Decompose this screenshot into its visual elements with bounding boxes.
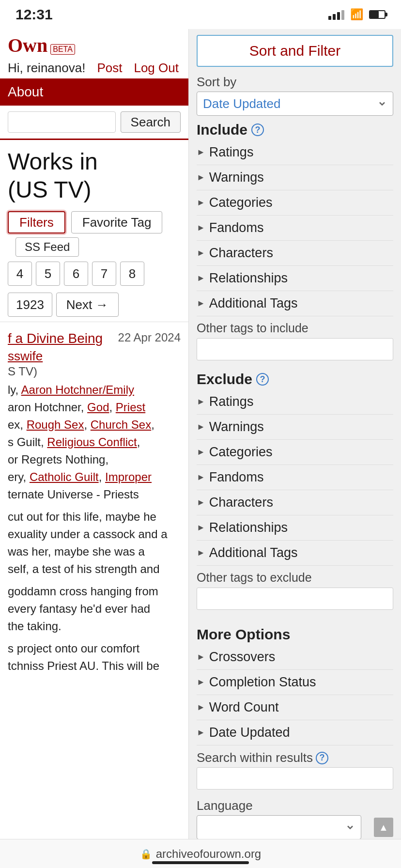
logout-link[interactable]: Log Out: [134, 61, 179, 76]
categories-arrow-icon: ►: [197, 198, 205, 208]
sort-by-label: Sort by: [197, 75, 393, 90]
tag-link-5[interactable]: Church Sex: [91, 418, 151, 431]
work-title-block: f a Divine Being sswife: [8, 330, 103, 363]
next-button[interactable]: Next →: [56, 293, 119, 317]
more-word-count[interactable]: ► Word Count: [197, 695, 393, 720]
filters-button[interactable]: Filters: [8, 211, 65, 233]
exclude-warnings[interactable]: ► Warnings: [197, 415, 393, 440]
include-help-icon[interactable]: ?: [251, 124, 264, 136]
search-bar: Search: [0, 106, 188, 139]
additional-tags-arrow-icon: ►: [197, 298, 205, 309]
status-time: 12:31: [15, 6, 53, 23]
sort-filter-header[interactable]: Sort and Filter: [197, 35, 393, 67]
work-title-row: f a Divine Being sswife 22 Apr 2024: [8, 330, 181, 363]
exclude-title: Exclude ?: [197, 371, 393, 388]
language-select[interactable]: [197, 815, 361, 839]
ex-relationships-arrow-icon: ►: [197, 523, 205, 533]
ex-ratings-arrow-icon: ►: [197, 397, 205, 407]
exclude-fandoms[interactable]: ► Fandoms: [197, 465, 393, 490]
other-tags-include-input[interactable]: [197, 338, 393, 360]
page-4[interactable]: 4: [8, 262, 32, 286]
last-page[interactable]: 1923: [8, 293, 52, 317]
more-completion-status[interactable]: ► Completion Status: [197, 670, 393, 695]
include-categories[interactable]: ► Categories: [197, 190, 393, 216]
more-crossovers[interactable]: ► Crossovers: [197, 645, 393, 670]
about-link[interactable]: About: [8, 84, 43, 99]
ex-warnings-arrow-icon: ►: [197, 422, 205, 432]
exclude-additional-tags[interactable]: ► Additional Tags: [197, 541, 393, 566]
user-nav: Hi, reinanova! Post Log Out: [8, 57, 181, 78]
lock-icon: 🔒: [140, 848, 152, 860]
more-date-updated[interactable]: ► Date Updated: [197, 720, 393, 745]
rss-feed-button[interactable]: SS Feed: [15, 237, 79, 257]
completion-arrow-icon: ►: [197, 677, 205, 687]
status-icons: 📶: [328, 8, 386, 21]
signal-icon: [328, 9, 344, 20]
sort-select[interactable]: Date Updated Best Match Author Title Dat…: [197, 92, 393, 116]
bottom-bar: 🔒 archiveofourown.org: [0, 839, 401, 868]
search-results-row: Search within results ?: [197, 745, 393, 767]
search-results-help-icon[interactable]: ?: [316, 752, 328, 764]
tag-link-8[interactable]: Improper: [105, 470, 152, 483]
include-relationships[interactable]: ► Relationships: [197, 266, 393, 291]
work-summary: cut out for this life, maybe he exuality…: [8, 508, 181, 578]
logo-own: Own: [8, 34, 47, 57]
page-title-line1: Works in: [8, 149, 98, 174]
include-characters[interactable]: ► Characters: [197, 241, 393, 266]
more-options-title: More Options: [197, 620, 393, 645]
more-options-section: More Options ► Crossovers ► Completion S…: [189, 615, 401, 845]
exclude-characters[interactable]: ► Characters: [197, 490, 393, 515]
scroll-up-button[interactable]: ▲: [374, 818, 393, 837]
search-results-label: Search within results ?: [197, 750, 328, 765]
include-additional-tags[interactable]: ► Additional Tags: [197, 291, 393, 316]
page-title-area: Works in (US TV): [0, 139, 188, 203]
bottom-url-bar: 🔒 archiveofourown.org: [140, 847, 261, 861]
other-tags-include-label: Other tags to include: [197, 316, 393, 338]
tag-link-1[interactable]: Aaron Hotchner/Emily: [21, 383, 134, 396]
warnings-arrow-icon: ►: [197, 172, 205, 183]
other-tags-exclude-input[interactable]: [197, 588, 393, 610]
tag-link-4[interactable]: Rough Sex: [27, 418, 84, 431]
page-6[interactable]: 6: [64, 262, 88, 286]
include-section: Include ? ► Ratings ► Warnings ► Categor…: [189, 116, 401, 365]
include-warnings[interactable]: ► Warnings: [197, 165, 393, 190]
post-link[interactable]: Post: [97, 61, 122, 76]
tag-link-7[interactable]: Catholic Guilt: [30, 470, 99, 483]
include-ratings[interactable]: ► Ratings: [197, 140, 393, 165]
page-5[interactable]: 5: [36, 262, 60, 286]
logo-beta: BETA: [50, 44, 75, 55]
exclude-categories[interactable]: ► Categories: [197, 440, 393, 465]
filter-bar: Filters Favorite Tag: [0, 203, 188, 237]
right-panel: Sort and Filter Sort by Date Updated Bes…: [189, 29, 401, 868]
work-more: s project onto our comfort tchniss Pries…: [8, 640, 181, 675]
work-date: 22 Apr 2024: [118, 331, 181, 344]
exclude-help-icon[interactable]: ?: [256, 373, 269, 386]
tag-link-6[interactable]: Religious Conflict: [47, 435, 137, 449]
work-excerpt: goddamn cross hanging from every fantasy…: [8, 583, 181, 635]
wifi-icon: 📶: [350, 8, 363, 21]
battery-icon: [369, 10, 386, 19]
page-8[interactable]: 8: [120, 262, 144, 286]
user-greeting: Hi, reinanova!: [8, 61, 85, 76]
include-title: Include ?: [197, 122, 393, 138]
tag-link-3[interactable]: Priest: [116, 401, 145, 414]
favorite-tag-button[interactable]: Favorite Tag: [71, 211, 163, 233]
exclude-ratings[interactable]: ► Ratings: [197, 389, 393, 415]
page-7[interactable]: 7: [92, 262, 116, 286]
pagination-bottom: 1923 Next →: [0, 291, 188, 322]
other-tags-exclude-label: Other tags to exclude: [197, 566, 393, 588]
search-button[interactable]: Search: [121, 111, 181, 133]
exclude-relationships[interactable]: ► Relationships: [197, 515, 393, 541]
tag-text-5: or Regrets Nothing,: [8, 453, 108, 466]
characters-arrow-icon: ►: [197, 248, 205, 258]
tag-text-7: ternate Universe - Priests: [8, 488, 139, 501]
work-title-line1[interactable]: f a Divine Being: [8, 330, 103, 347]
tag-link-2[interactable]: God: [87, 401, 109, 414]
include-fandoms[interactable]: ► Fandoms: [197, 216, 393, 241]
ratings-arrow-icon: ►: [197, 147, 205, 157]
rss-area: SS Feed: [0, 237, 188, 260]
work-item: f a Divine Being sswife 22 Apr 2024 S TV…: [0, 322, 188, 682]
search-within-results-input[interactable]: [197, 767, 393, 790]
work-title-line2[interactable]: sswife: [8, 349, 103, 364]
search-input[interactable]: [8, 111, 116, 133]
